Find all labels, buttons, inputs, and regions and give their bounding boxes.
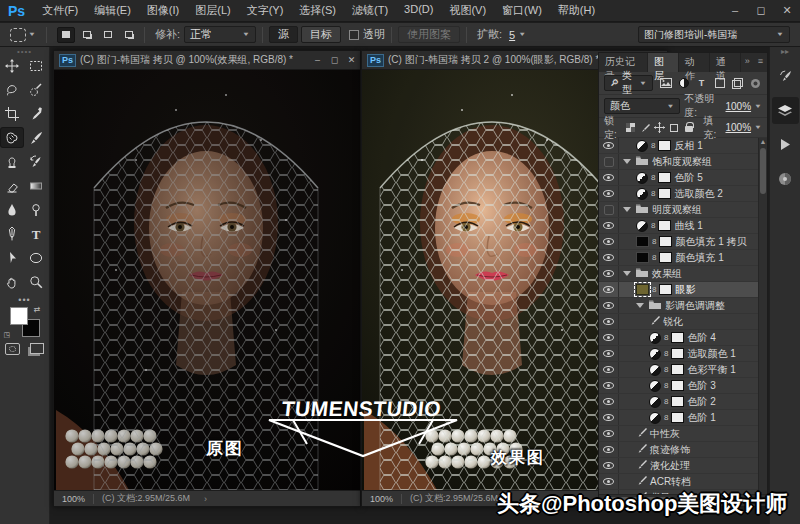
layer-row-色阶 4[interactable]: 8色阶 4 [599, 330, 767, 346]
rectangular-marquee-tool[interactable] [25, 56, 47, 75]
source-button[interactable]: 源 [269, 26, 298, 43]
screen-mode-button[interactable] [30, 343, 44, 354]
adjustment-layer-thumbnail[interactable] [649, 348, 661, 360]
eye-icon[interactable] [603, 238, 614, 245]
visibility-cell[interactable] [599, 362, 619, 377]
adjustment-layer-thumbnail[interactable] [649, 412, 661, 424]
layer-mask-thumbnail[interactable] [659, 284, 672, 295]
visibility-cell[interactable] [599, 202, 619, 217]
visibility-cell[interactable] [599, 186, 619, 201]
new-selection-button[interactable] [57, 27, 75, 43]
document-title-bar[interactable]: Ps (C) 图门-韩国瑞 拷贝 @ 100%(效果组, RGB/8) * – … [54, 51, 360, 70]
transparent-checkbox[interactable] [349, 30, 359, 40]
brush-tool[interactable] [25, 128, 47, 147]
layer-mask-thumbnail[interactable] [659, 236, 672, 247]
eye-icon[interactable] [603, 350, 614, 357]
layer-row-选取颜色 1[interactable]: 8选取颜色 1 [599, 346, 767, 362]
fill-layer-thumbnail[interactable] [636, 252, 649, 263]
visibility-cell[interactable] [599, 154, 619, 169]
crop-tool[interactable] [1, 104, 23, 123]
lock-artboard-icon[interactable] [669, 122, 679, 134]
diffusion-value[interactable]: 5 [509, 29, 515, 41]
scroll-up-icon[interactable]: ▲ [759, 138, 767, 145]
clone-stamp-tool[interactable] [1, 152, 23, 171]
zoom-level[interactable]: 100% [362, 494, 401, 504]
path-selection-tool[interactable] [1, 248, 23, 267]
menu-item-8[interactable]: 视图(V) [442, 0, 493, 21]
layer-row-痕迹修饰[interactable]: 痕迹修饰 [599, 442, 767, 458]
pixel-layer-thumbnail[interactable] [636, 284, 649, 295]
eye-icon[interactable] [603, 382, 614, 389]
layer-row-锐化[interactable]: 锐化 [599, 314, 767, 330]
styles-panel-dock-icon[interactable] [772, 165, 799, 192]
visibility-cell[interactable] [599, 346, 619, 361]
filter-shape-layers-icon[interactable] [713, 77, 726, 89]
layer-row-颜色填充 1 拷贝[interactable]: 8颜色填充 1 拷贝 [599, 234, 767, 250]
fill-control[interactable]: 100% ▼ [725, 122, 762, 133]
zoom-tool[interactable] [25, 272, 47, 291]
eye-icon[interactable] [603, 462, 614, 469]
layer-row-ACR转档[interactable]: ACR转档 [599, 474, 767, 490]
eraser-tool[interactable] [1, 176, 23, 195]
layer-row-中性灰[interactable]: 中性灰 [599, 426, 767, 442]
eye-icon[interactable] [603, 142, 614, 149]
target-button[interactable]: 目标 [301, 26, 341, 43]
menu-item-2[interactable]: 图像(I) [140, 0, 186, 21]
lasso-tool[interactable] [1, 80, 23, 99]
menu-item-4[interactable]: 文字(Y) [240, 0, 291, 21]
visibility-cell[interactable] [599, 410, 619, 425]
panel-more-tabs-icon[interactable]: » [741, 53, 754, 72]
doc-minimize-button[interactable]: – [309, 55, 326, 65]
layer-mask-thumbnail[interactable] [671, 332, 684, 343]
eye-hidden-icon[interactable] [604, 205, 614, 215]
tool-preset-picker[interactable]: ▼ [0, 28, 40, 42]
shape-tool[interactable] [25, 248, 47, 267]
layer-row-色阶 2[interactable]: 8色阶 2 [599, 394, 767, 410]
eye-icon[interactable] [603, 286, 614, 293]
eyedropper-tool[interactable] [25, 104, 47, 123]
layer-row-曲线 1[interactable]: 8曲线 1 [599, 218, 767, 234]
use-pattern-button[interactable]: 使用图案 [398, 26, 460, 43]
fill-layer-thumbnail[interactable] [636, 236, 649, 247]
menu-item-0[interactable]: 文件(F) [35, 0, 85, 21]
visibility-cell[interactable] [599, 250, 619, 265]
close-button[interactable]: ✕ [774, 4, 800, 17]
group-expand-icon[interactable] [623, 207, 631, 212]
zoom-level[interactable]: 100% [54, 494, 93, 504]
doc-maximize-button[interactable]: ◻ [326, 55, 343, 65]
menu-item-6[interactable]: 滤镜(T) [345, 0, 395, 21]
visibility-cell[interactable] [599, 474, 619, 489]
layer-mask-thumbnail[interactable] [659, 252, 672, 263]
adjustment-layer-thumbnail[interactable] [636, 220, 648, 232]
visibility-cell[interactable] [599, 298, 619, 313]
filter-smart-objects-icon[interactable] [731, 77, 744, 89]
status-popup-arrow[interactable]: › [204, 494, 207, 504]
layer-row-反相 1[interactable]: 8反相 1 [599, 138, 767, 154]
layer-mask-thumbnail[interactable] [658, 188, 671, 199]
lock-position-icon[interactable] [654, 122, 665, 134]
group-expand-icon[interactable] [623, 159, 631, 164]
eye-icon[interactable] [603, 366, 614, 373]
visibility-cell[interactable] [599, 330, 619, 345]
type-tool[interactable]: T [25, 224, 47, 243]
visibility-cell[interactable] [599, 378, 619, 393]
menu-item-5[interactable]: 选择(S) [292, 0, 343, 21]
layers-scrollbar[interactable]: ▲ [758, 138, 767, 506]
layer-row-色阶 1[interactable]: 8色阶 1 [599, 410, 767, 426]
panel-menu-icon[interactable]: ≡ [754, 53, 767, 72]
eye-icon[interactable] [603, 270, 614, 277]
patch-tool-selected[interactable] [1, 128, 23, 147]
adjustment-layer-thumbnail[interactable] [636, 172, 648, 184]
eye-icon[interactable] [603, 446, 614, 453]
layer-row-影调色调调整[interactable]: 影调色调调整 [599, 298, 767, 314]
menu-item-1[interactable]: 编辑(E) [87, 0, 138, 21]
eye-icon[interactable] [603, 174, 614, 181]
dock-grip[interactable]: ▸▸ [770, 47, 800, 56]
layer-row-效果组[interactable]: 效果组 [599, 266, 767, 282]
layer-mask-thumbnail[interactable] [671, 364, 684, 375]
toolbar-grip[interactable]: •••• [0, 47, 49, 56]
eye-icon[interactable] [603, 222, 614, 229]
visibility-cell[interactable] [599, 138, 619, 153]
adjustment-layer-thumbnail[interactable] [649, 332, 661, 344]
layer-row-明度观察组[interactable]: 明度观察组 [599, 202, 767, 218]
